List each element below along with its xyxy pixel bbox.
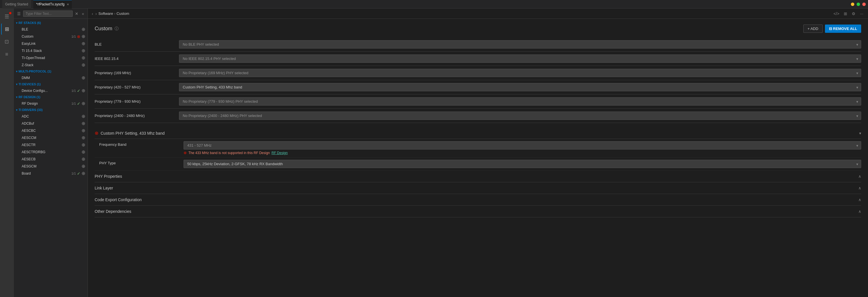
rf-design-add-btn[interactable]: ⊕ — [82, 101, 85, 106]
aesccm-add-btn[interactable]: ⊕ — [82, 135, 85, 140]
aesctrdrbg-add-btn[interactable]: ⊕ — [82, 149, 85, 155]
section-multi-protocol[interactable]: ▾ MULTI-PROTOCOL (1) — [14, 68, 88, 74]
tab-rfpackettx[interactable]: *rfPacketTx.syscfg ✕ — [33, 0, 72, 8]
sidebar-item-aesctr[interactable]: AESCTR ⊕ — [14, 141, 88, 148]
sidebar-collapse-btn[interactable]: « — [81, 11, 85, 17]
adc-add-btn[interactable]: ⊕ — [82, 114, 85, 119]
tiopenthread-add-btn[interactable]: ⊕ — [82, 55, 85, 60]
sidebar-item-dmm[interactable]: DMM ⊕ — [14, 74, 88, 81]
maximize-btn[interactable] — [857, 3, 860, 6]
aescbc-add-btn[interactable]: ⊕ — [82, 128, 85, 133]
custom-phy-header[interactable]: ⊗ Custom PHY Setting, 433 Mhz band ▾ — [95, 127, 861, 139]
phy-2400-2480mhz-select[interactable]: No Proprietary (2400 - 2480 MHz) PHY sel… — [179, 112, 861, 120]
code-export-header[interactable]: Code Export Configuration ∧ — [95, 194, 861, 205]
aesctr-add-btn[interactable]: ⊕ — [82, 142, 85, 148]
section-rf-design[interactable]: ▾ RF DESIGN (1) — [14, 94, 88, 100]
phy-properties-section: PHY Properties ∧ — [95, 171, 861, 182]
tab-rfpackettx-close[interactable]: ✕ — [67, 3, 69, 6]
device-config-add-btn[interactable]: ⊕ — [82, 88, 85, 93]
sidebar-item-ti154stack[interactable]: TI 15.4 Stack ⊕ — [14, 47, 88, 54]
sidebar-item-easylink[interactable]: EasyLink ⊕ — [14, 40, 88, 47]
phy-ble-select[interactable]: No BLE PHY selected — [179, 40, 861, 49]
remove-all-btn[interactable]: ⊟ REMOVE ALL — [825, 25, 861, 33]
phy-ieee-select[interactable]: No IEEE 802.15.4 PHY selected — [179, 55, 861, 63]
frequency-band-select[interactable]: 431 - 527 MHz — [184, 141, 861, 149]
layout-view-btn[interactable]: ⊞ — [843, 10, 848, 17]
other-dependencies-header[interactable]: Other Dependencies ∧ — [95, 206, 861, 217]
sidebar-item-adcbuf[interactable]: ADCBuf ⊕ — [14, 120, 88, 127]
phy-row-2400-2480mhz: Proprietary (2400 - 2480 MHz) No Proprie… — [95, 109, 861, 123]
zstack-add-btn[interactable]: ⊕ — [82, 62, 85, 68]
custom-phy-collapse-arrow[interactable]: ▾ — [859, 131, 861, 136]
filter-clear-btn[interactable]: ✕ — [74, 11, 80, 17]
sidebar-item-board[interactable]: Board 1/1 ✓ ⊕ — [14, 170, 88, 177]
nav-back-btn[interactable]: ‹ — [91, 11, 94, 17]
aesgcm-add-btn[interactable]: ⊕ — [82, 164, 85, 169]
breadcrumb-custom[interactable]: Custom — [117, 11, 129, 16]
link-layer-header[interactable]: Link Layer ∧ — [95, 182, 861, 194]
activity-list[interactable]: ≡ — [1, 49, 12, 60]
other-dependencies-label: Other Dependencies — [95, 209, 131, 214]
ti154stack-add-btn[interactable]: ⊕ — [82, 48, 85, 53]
freq-error-text: The 433 MHz band is not supported in thi… — [188, 151, 270, 155]
activity-explorer[interactable]: ☰ — [1, 11, 12, 22]
aesecb-add-btn[interactable]: ⊕ — [82, 156, 85, 162]
sidebar-item-zstack[interactable]: Z-Stack ⊕ — [14, 61, 88, 68]
custom-count: 1/1 — [71, 35, 76, 38]
nav-forward-btn[interactable]: › — [95, 11, 97, 17]
phy-2400-2480mhz-select-container: No Proprietary (2400 - 2480 MHz) PHY sel… — [179, 112, 861, 120]
activity-calculator[interactable]: ⊡ — [1, 36, 12, 47]
phy-420-527mhz-select[interactable]: Custom PHY Setting, 433 Mhz band — [179, 83, 861, 91]
sidebar-item-adc[interactable]: ADC ⊕ — [14, 113, 88, 120]
minimize-btn[interactable] — [851, 3, 854, 6]
custom-phy-error-icon: ⊗ — [95, 130, 98, 136]
custom-phy-section: ⊗ Custom PHY Setting, 433 Mhz band ▾ Fre… — [95, 127, 861, 171]
calculator-icon: ⊡ — [5, 38, 9, 45]
adcbuf-add-btn[interactable]: ⊕ — [82, 121, 85, 126]
phy-properties-header[interactable]: PHY Properties ∧ — [95, 171, 861, 182]
phy-type-row: PHY Type 50 kbps, 25kHz Deviation, 2-GFS… — [95, 157, 861, 171]
phy-169mhz-select[interactable]: No Proprietary (169 MHz) PHY selected — [179, 69, 861, 77]
add-btn[interactable]: + ADD — [803, 25, 823, 33]
sidebar-item-aesecb[interactable]: AESECB ⊕ — [14, 155, 88, 162]
tab-getting-started[interactable]: Getting Started — [2, 0, 31, 8]
ble-add-btn[interactable]: ⊕ — [82, 27, 85, 32]
code-view-btn[interactable]: </> — [832, 10, 840, 17]
phy-169mhz-select-container: No Proprietary (169 MHz) PHY selected — [179, 69, 861, 77]
sidebar-item-rf-design[interactable]: RF Design 1/1 ✓ ⊕ — [14, 100, 88, 107]
settings-btn[interactable]: ⚙ — [850, 10, 857, 17]
custom-add-btn[interactable]: ⊕ — [82, 34, 85, 39]
section-ti-drivers[interactable]: ▾ TI DRIVERS (33) — [14, 107, 88, 113]
sidebar-item-aesgcm[interactable]: AESGCM ⊕ — [14, 162, 88, 170]
more-btn[interactable]: ··· — [859, 10, 865, 17]
phy-ieee-label: IEEE 802.15.4 — [95, 57, 175, 61]
sidebar-item-aescbc[interactable]: AESCBC ⊕ — [14, 127, 88, 134]
section-rf-stacks[interactable]: ▾ RF STACKS (6) — [14, 20, 88, 26]
frequency-band-select-container: 431 - 527 MHz — [184, 141, 861, 149]
sidebar-item-aesccm[interactable]: AESCCM ⊕ — [14, 134, 88, 141]
ble-meta: ⊕ — [82, 27, 85, 32]
filter-input[interactable] — [23, 10, 73, 17]
freq-error-link[interactable]: RF Design — [271, 151, 288, 155]
phy-779-930mhz-select[interactable]: No Proprietary (779 - 930 MHz) PHY selec… — [179, 97, 861, 106]
sidebar-item-ble[interactable]: BLE ⊕ — [14, 26, 88, 33]
dmm-add-btn[interactable]: ⊕ — [82, 75, 85, 81]
section-ti-devices[interactable]: ▾ TI DEVICES (1) — [14, 81, 88, 87]
custom-remove-btn[interactable]: ⊗ — [77, 34, 81, 39]
phy-ieee-select-container: No IEEE 802.15.4 PHY selected — [179, 55, 861, 63]
activity-components[interactable]: ⊞ — [1, 23, 12, 35]
easylink-add-btn[interactable]: ⊕ — [82, 41, 85, 46]
breadcrumb-software[interactable]: Software — [98, 11, 113, 16]
phy-type-select[interactable]: 50 kbps, 25kHz Deviation, 2-GFSK, 78 kHz… — [184, 160, 861, 168]
sidebar-item-tiopenthread[interactable]: TI-OpenThread ⊕ — [14, 54, 88, 61]
frequency-band-value-col: 431 - 527 MHz ⊗ The 433 MHz band is not … — [184, 141, 861, 155]
panel-info-icon[interactable]: ⓘ — [115, 26, 119, 31]
main-content: ‹ › Software › Custom </> ⊞ ⚙ ··· Custom… — [88, 8, 868, 297]
sidebar-item-aesctrdrbg[interactable]: AESCTRDRBG ⊕ — [14, 148, 88, 155]
sidebar-menu-btn[interactable]: ☰ — [16, 8, 22, 19]
close-btn[interactable] — [862, 3, 866, 6]
sidebar-item-device-config[interactable]: Device Configu... 1/1 ✓ ⊕ — [14, 87, 88, 94]
adc-label: ADC — [22, 114, 82, 118]
board-add-btn[interactable]: ⊕ — [82, 171, 85, 176]
sidebar-item-custom[interactable]: Custom 1/1 ⊗ ⊕ — [14, 33, 88, 40]
